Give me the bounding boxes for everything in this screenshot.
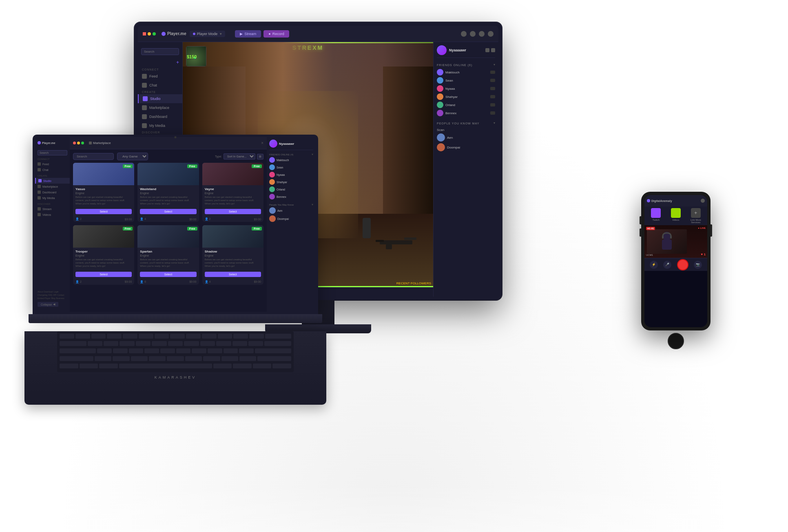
collapse-button[interactable]: Collapse ◀: [38, 302, 58, 307]
users-icon[interactable]: [461, 31, 467, 37]
key: [88, 341, 102, 346]
phone-mic-btn[interactable]: 🎤: [663, 261, 671, 269]
stream-icon: ▶: [240, 32, 243, 36]
card-0-select-btn[interactable]: Select: [75, 209, 132, 214]
laptop-close-icon[interactable]: ×: [261, 141, 263, 145]
rp-user-icon1[interactable]: [485, 48, 489, 52]
laptop-win-minimize[interactable]: [77, 142, 80, 144]
phone-lightning-btn[interactable]: ⚡: [650, 261, 658, 269]
laptop-friend-4-avatar: [269, 186, 275, 192]
footer-download[interactable]: Download: [44, 290, 53, 293]
footer-api[interactable]: API: [53, 294, 56, 296]
phone-record-btn[interactable]: [677, 259, 688, 270]
footer-contact[interactable]: Contact: [57, 294, 64, 296]
card-0-desc: Before we can get started creating beaut…: [75, 196, 132, 205]
card-2-select-btn[interactable]: Select: [205, 209, 261, 214]
stream-button[interactable]: ▶ Stream: [235, 30, 261, 38]
laptop-dashboard[interactable]: Dashboard: [35, 189, 70, 195]
rp-user-icon2[interactable]: [491, 48, 495, 52]
laptop-videos[interactable]: Videos: [35, 212, 70, 217]
phone-service-twitch[interactable]: Twitch: [647, 208, 665, 224]
footer-changelog[interactable]: Changelog: [38, 294, 47, 296]
laptop-keyboard: [57, 331, 294, 372]
scene: Player.me Player Mode ▾ ▶ Stream ●: [0, 0, 788, 532]
laptop-win-maximize[interactable]: [81, 142, 84, 144]
footer-embed[interactable]: Embed Player: [38, 297, 50, 299]
sidebar-item-marketplace[interactable]: Marketplace: [138, 103, 182, 112]
card-4-select-btn[interactable]: Select: [140, 272, 196, 277]
studio-label: Studio: [150, 97, 161, 101]
phone-vol-down[interactable]: [640, 228, 641, 237]
volume-icon[interactable]: [479, 31, 485, 37]
discover-group-label: DISCOVER: [138, 130, 182, 135]
laptop-discover-label: Discover: [35, 202, 70, 206]
monitor-right-panel: Nyaaaawr Friends Online (6) ▾: [433, 42, 498, 297]
dashboard-label: Dashboard: [149, 115, 167, 119]
laptop-feed[interactable]: Feed: [35, 161, 70, 167]
footer-login[interactable]: Login: [53, 290, 58, 293]
keyboard-row-2: [60, 341, 291, 347]
hitbox-service-icon: [671, 208, 681, 218]
friend-2-avatar: [437, 85, 443, 92]
phone-service-plus[interactable]: + Link More Services: [686, 208, 705, 224]
svg-rect-7: [670, 235, 672, 239]
sidebar-item-feed[interactable]: Feed: [138, 72, 182, 81]
card-4-title: Spartan: [140, 250, 196, 253]
any-game-filter[interactable]: Any Game: [117, 153, 148, 160]
laptop-people-header: People You May Know ▾: [269, 203, 313, 206]
laptop-studio[interactable]: Studio: [35, 178, 70, 184]
friends-chevron[interactable]: ▾: [494, 63, 495, 66]
laptop-chat[interactable]: Chat: [35, 167, 70, 173]
sidebar-item-studio[interactable]: Studio: [138, 94, 182, 103]
window-close[interactable]: [143, 32, 146, 35]
surface-reflection: [0, 483, 788, 532]
footer-faq[interactable]: FAQ: [48, 294, 52, 296]
laptop-main: Marketplace × Any Game: [70, 137, 267, 312]
mic-icon[interactable]: [488, 31, 494, 37]
sidebar-item-mymedia[interactable]: My Media: [138, 121, 182, 130]
svg-rect-2: [386, 244, 392, 249]
card-1-desc: Before we can get started creating beaut…: [140, 196, 196, 205]
phone-settings-icon[interactable]: [701, 199, 705, 203]
laptop-friends-chevron[interactable]: ▾: [312, 153, 313, 156]
record-button[interactable]: ● Record: [263, 30, 289, 38]
laptop-stream[interactable]: Stream: [35, 206, 70, 212]
sidebar-item-dashboard[interactable]: Dashboard: [138, 112, 182, 121]
marketplace-search-input[interactable]: [73, 153, 114, 160]
laptop-people-chevron[interactable]: ▾: [312, 203, 313, 206]
sort-type-filter[interactable]: Sort In Game...: [224, 153, 255, 160]
laptop-stream-icon: [38, 207, 41, 211]
mode-selector[interactable]: Player Mode ▾: [190, 31, 226, 37]
footer-about[interactable]: About: [38, 290, 43, 293]
laptop-win-close[interactable]: [73, 142, 76, 144]
grid-view-btn[interactable]: ⊞: [257, 154, 263, 160]
laptop-window-controls: [73, 142, 84, 144]
card-3-select-btn[interactable]: Select: [75, 272, 132, 277]
sidebar-item-chat[interactable]: Chat: [138, 81, 182, 90]
laptop-marketplace[interactable]: Marketplace: [35, 184, 70, 189]
window-maximize[interactable]: [153, 32, 156, 35]
card-5-select-btn[interactable]: Select: [205, 272, 261, 277]
phone-power-btn[interactable]: [711, 224, 712, 237]
phone-vol-up[interactable]: [640, 216, 641, 224]
add-button[interactable]: +: [176, 60, 179, 65]
card-5-thumb: Free: [202, 225, 263, 248]
phone-camera-btn[interactable]: 📷: [694, 261, 702, 269]
card-1-select-btn[interactable]: Select: [140, 209, 196, 214]
phone-service-hitbox[interactable]: Hitbox: [667, 208, 685, 224]
sidebar-search[interactable]: [141, 48, 179, 55]
footer-blog[interactable]: Blog: [51, 297, 55, 299]
window-minimize[interactable]: [148, 32, 151, 35]
people-chevron[interactable]: ▾: [494, 121, 495, 125]
laptop-mymedia[interactable]: My Media: [35, 195, 70, 201]
mode-label: Player Mode: [197, 32, 218, 36]
laptop-suggested-1: Doompai: [269, 215, 313, 223]
laptop-suggested-0-name: Aen: [277, 209, 282, 212]
laptop-search[interactable]: [38, 150, 67, 155]
suggested-1-name: Doompai: [447, 146, 460, 149]
card-2-thumb: Free: [202, 163, 263, 185]
settings-icon[interactable]: [470, 31, 476, 37]
footer-business[interactable]: Business: [56, 297, 64, 299]
key: [104, 341, 118, 346]
phone-home-button[interactable]: [668, 333, 684, 349]
